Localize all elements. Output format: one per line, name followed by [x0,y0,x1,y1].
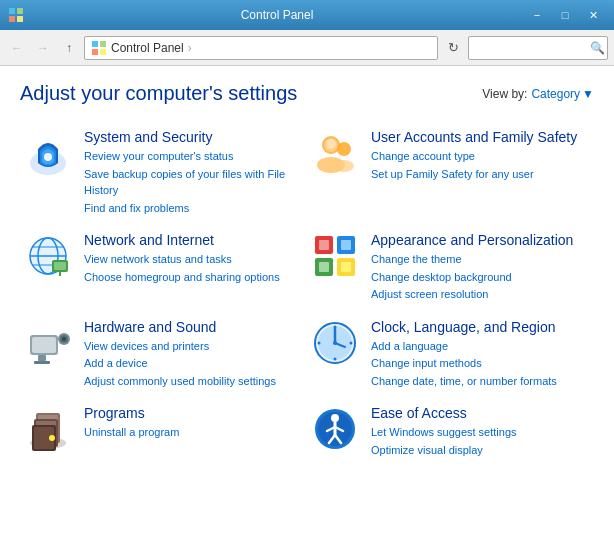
system-security-name[interactable]: System and Security [84,129,303,145]
user-accounts-icon [311,129,359,177]
svg-point-55 [49,435,55,441]
user-accounts-link-1[interactable]: Change account type [371,148,590,165]
system-security-link-3[interactable]: Find and fix problems [84,200,303,217]
clock-language-link-2[interactable]: Change input methods [371,355,590,372]
svg-rect-4 [92,41,98,47]
hardware-sound-icon [24,319,72,367]
svg-point-45 [334,357,337,360]
clock-language-link-1[interactable]: Add a language [371,338,590,355]
ease-of-access-text: Ease of Access Let Windows suggest setti… [371,405,590,458]
svg-point-47 [350,341,353,344]
user-accounts-link-2[interactable]: Set up Family Safety for any user [371,166,590,183]
forward-button[interactable]: → [32,37,54,59]
address-path[interactable]: Control Panel › [84,36,438,60]
svg-rect-6 [92,49,98,55]
viewby-dropdown[interactable]: Category ▼ [531,87,594,101]
search-button[interactable]: 🔍 [590,41,605,55]
hardware-sound-name[interactable]: Hardware and Sound [84,319,303,335]
category-network-internet: Network and Internet View network status… [20,224,307,311]
svg-rect-29 [341,240,351,250]
window-controls: − □ ✕ [524,5,606,25]
network-internet-icon [24,232,72,280]
appearance-text: Appearance and Personalization Change th… [371,232,590,303]
network-internet-text: Network and Internet View network status… [84,232,303,285]
user-accounts-name[interactable]: User Accounts and Family Safety [371,129,590,145]
minimize-button[interactable]: − [524,5,550,25]
category-appearance: Appearance and Personalization Change th… [307,224,594,311]
hardware-sound-link-3[interactable]: Adjust commonly used mobility settings [84,373,303,390]
hardware-sound-text: Hardware and Sound View devices and prin… [84,319,303,390]
svg-rect-7 [100,49,106,55]
search-input[interactable] [468,36,608,60]
svg-rect-33 [32,337,56,353]
up-button[interactable]: ↑ [58,37,80,59]
system-security-link-1[interactable]: Review your computer's status [84,148,303,165]
svg-rect-31 [341,262,351,272]
svg-rect-5 [100,41,106,47]
hardware-sound-link-2[interactable]: Add a device [84,355,303,372]
appearance-name[interactable]: Appearance and Personalization [371,232,590,248]
user-accounts-text: User Accounts and Family Safety Change a… [371,129,590,182]
svg-point-9 [44,153,52,161]
svg-rect-22 [54,262,66,270]
address-bar: ← → ↑ Control Panel › ↻ 🔍 [0,30,614,66]
svg-point-46 [318,341,321,344]
programs-icon [24,405,72,453]
viewby-label: View by: [482,87,527,101]
ease-of-access-name[interactable]: Ease of Access [371,405,590,421]
window-icon [8,7,24,23]
category-hardware-sound: Hardware and Sound View devices and prin… [20,311,307,398]
svg-point-15 [326,139,336,149]
ease-of-access-icon [311,405,359,453]
appearance-link-1[interactable]: Change the theme [371,251,590,268]
control-panel-icon [91,40,107,56]
system-security-link-2[interactable]: Save backup copies of your files with Fi… [84,166,303,199]
title-bar: Control Panel − □ ✕ [0,0,614,30]
category-programs: Programs Uninstall a program [20,397,307,466]
back-button[interactable]: ← [6,37,28,59]
svg-rect-28 [319,240,329,250]
page-header: Adjust your computer's settings View by:… [20,82,594,105]
address-text: Control Panel [111,41,184,55]
svg-rect-1 [17,8,23,14]
network-internet-link-1[interactable]: View network status and tasks [84,251,303,268]
refresh-button[interactable]: ↻ [442,37,464,59]
svg-point-13 [334,160,354,172]
window-title: Control Panel [30,8,524,22]
ease-of-access-link-2[interactable]: Optimize visual display [371,442,590,459]
clock-language-link-3[interactable]: Change date, time, or number formats [371,373,590,390]
page-title: Adjust your computer's settings [20,82,297,105]
svg-rect-2 [9,16,15,22]
clock-language-name[interactable]: Clock, Language, and Region [371,319,590,335]
chevron-down-icon: ▼ [582,87,594,101]
hardware-sound-link-1[interactable]: View devices and printers [84,338,303,355]
network-internet-name[interactable]: Network and Internet [84,232,303,248]
appearance-icon [311,232,359,280]
view-by: View by: Category ▼ [482,87,594,101]
svg-rect-38 [34,361,50,364]
appearance-link-3[interactable]: Adjust screen resolution [371,286,590,303]
svg-point-44 [334,325,337,328]
programs-link-1[interactable]: Uninstall a program [84,424,303,441]
address-chevron: › [188,41,192,55]
network-internet-link-2[interactable]: Choose homegroup and sharing options [84,269,303,286]
system-security-text: System and Security Review your computer… [84,129,303,216]
svg-point-12 [337,142,351,156]
clock-language-icon [311,319,359,367]
svg-rect-30 [319,262,329,272]
maximize-button[interactable]: □ [552,5,578,25]
appearance-link-2[interactable]: Change desktop background [371,269,590,286]
svg-point-36 [62,337,66,341]
svg-rect-0 [9,8,15,14]
programs-name[interactable]: Programs [84,405,303,421]
close-button[interactable]: ✕ [580,5,606,25]
system-security-icon [24,129,72,177]
svg-rect-3 [17,16,23,22]
svg-rect-37 [38,355,46,361]
programs-text: Programs Uninstall a program [84,405,303,441]
category-user-accounts: User Accounts and Family Safety Change a… [307,121,594,224]
ease-of-access-link-1[interactable]: Let Windows suggest settings [371,424,590,441]
category-clock-language: Clock, Language, and Region Add a langua… [307,311,594,398]
main-content: Adjust your computer's settings View by:… [0,66,614,550]
category-ease-of-access: Ease of Access Let Windows suggest setti… [307,397,594,466]
